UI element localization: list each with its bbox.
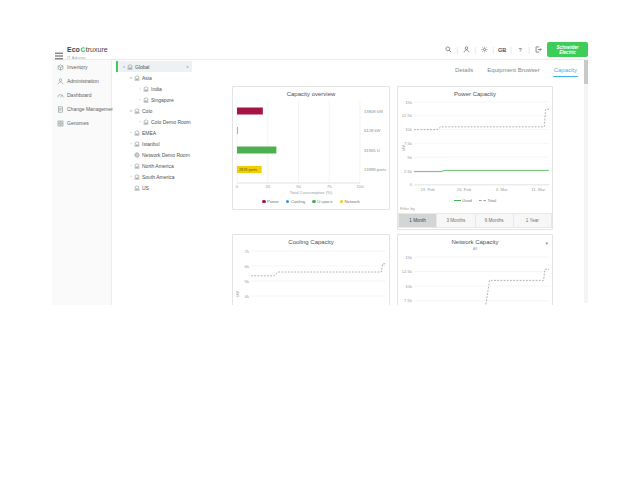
filter-button-6-months[interactable]: 6 Months <box>476 213 514 228</box>
filter-button-1-year[interactable]: 1 Year <box>514 213 552 228</box>
inventory-icon <box>57 64 64 71</box>
sidebar-item-change-management[interactable]: Change Management <box>52 102 111 116</box>
svg-text:13808 kW: 13808 kW <box>364 109 383 114</box>
svg-text:2.5k: 2.5k <box>404 169 413 174</box>
tree-item-us[interactable]: US <box>116 182 149 193</box>
sidebar-item-genomes[interactable]: Genomes <box>52 116 111 130</box>
sidebar-item-administration[interactable]: Administration <box>52 74 111 88</box>
svg-text:11. Mar: 11. Mar <box>531 187 545 192</box>
header-actions: | | | GB | ? | <box>444 43 542 56</box>
tree-item-label: South America <box>142 174 175 180</box>
building-icon <box>143 97 149 103</box>
top-bar: Ecotruxure IT Advisor | | | GB | ? | Sch… <box>52 40 588 60</box>
building-icon <box>134 130 140 136</box>
svg-text:25: 25 <box>265 184 270 189</box>
network-capacity-chart: 15k12.5k10k7.5k <box>398 235 553 305</box>
scrollbar-thumb[interactable] <box>584 60 588 84</box>
sidebar-item-label: Administration <box>67 78 99 84</box>
svg-text:7k: 7k <box>245 249 250 254</box>
sidebar-item-label: Change Management <box>67 106 115 112</box>
tree-menu-caret-icon[interactable]: ∨ <box>186 64 189 69</box>
tree-item-global[interactable]: ∨Global∨ <box>116 61 192 72</box>
sidebar-nav: InventoryAdministrationDashboardChange M… <box>52 60 112 305</box>
tab-details[interactable]: Details <box>454 65 474 77</box>
dashboard-icon <box>57 92 64 99</box>
filter-button-1-month[interactable]: 1 Month <box>398 213 437 228</box>
overview-legend: PowerCoolingU spaceNetwork <box>233 199 389 204</box>
sidebar-item-dashboard[interactable]: Dashboard <box>52 88 111 102</box>
svg-text:0: 0 <box>410 182 413 187</box>
globe-icon <box>134 152 140 158</box>
divider: | <box>456 46 458 53</box>
legend-item-used: Used <box>454 198 472 203</box>
content-scrollbar <box>584 60 588 303</box>
tree-item-emea[interactable]: ›EMEA <box>116 127 156 138</box>
divider: | <box>492 46 494 53</box>
building-icon <box>134 163 140 169</box>
svg-text:13988 ports: 13988 ports <box>364 167 386 172</box>
tree-item-label: Network Demo Room <box>142 152 190 158</box>
tree-item-label: Colo <box>142 108 152 114</box>
svg-text:50: 50 <box>296 184 301 189</box>
tab-capacity[interactable]: Capacity <box>553 65 578 77</box>
tab-equipment-browser[interactable]: Equipment Browser <box>486 65 540 77</box>
svg-text:26. Feb: 26. Feb <box>457 187 472 192</box>
tree-item-network-demo-room[interactable]: Network Demo Room <box>116 149 190 160</box>
tree-item-north-america[interactable]: ›North America <box>116 160 174 171</box>
search-icon[interactable] <box>444 46 452 54</box>
filter-button-3-months[interactable]: 3 Months <box>437 213 475 228</box>
svg-text:10k: 10k <box>405 127 413 132</box>
legend-item-power: Power <box>262 199 279 204</box>
genomes-icon <box>57 120 64 127</box>
building-icon <box>134 185 140 191</box>
divider: | <box>528 46 530 53</box>
app-window: Ecotruxure IT Advisor | | | GB | ? | Sch… <box>52 40 588 305</box>
svg-text:7.5k: 7.5k <box>404 298 413 303</box>
svg-text:31965 U: 31965 U <box>364 148 380 153</box>
svg-text:7.5k: 7.5k <box>404 141 413 146</box>
sidebar-item-label: Inventory <box>67 64 88 70</box>
sidebar-item-inventory[interactable]: Inventory <box>52 60 111 74</box>
tree-item-istanbul[interactable]: ›Istanbul <box>116 138 160 149</box>
svg-text:75: 75 <box>327 184 332 189</box>
card-power-capacity: Power Capacity kW 15k12.5k10k7.5k5k2.5k0… <box>397 86 553 230</box>
filter-row: 1 Month3 Months6 Months1 Year <box>398 213 552 228</box>
building-icon <box>134 141 140 147</box>
card-cooling-capacity: Cooling Capacity kW 7k6k5k4k <box>232 234 390 305</box>
filter-by-label: Filter by <box>400 206 415 211</box>
logout-icon[interactable] <box>534 46 542 54</box>
legend-item-u-space: U space <box>312 199 332 204</box>
tree-item-label: Asia <box>142 75 152 81</box>
cooling-capacity-chart: 7k6k5k4k <box>233 235 390 305</box>
building-icon <box>143 119 149 125</box>
building-icon <box>134 108 140 114</box>
tree-item-label: US <box>142 185 149 191</box>
language-button[interactable]: GB <box>498 47 506 53</box>
tree-item-singapore[interactable]: ›Singapore <box>116 94 174 105</box>
tree-item-colo[interactable]: ∨Colo <box>116 105 152 116</box>
tree-item-label: North America <box>142 163 174 169</box>
svg-text:6128 kW: 6128 kW <box>364 128 381 133</box>
legend-item-network: Network <box>340 199 360 204</box>
tree-item-south-america[interactable]: ›South America <box>116 171 175 182</box>
tree-item-india[interactable]: ›India <box>116 83 162 94</box>
settings-gear-icon[interactable] <box>480 46 488 54</box>
svg-text:5k: 5k <box>408 155 413 160</box>
schneider-electric-logo-button[interactable]: Schneider Electric <box>547 42 588 57</box>
tree-item-label: India <box>151 86 162 92</box>
legend-item-total: Total <box>479 198 496 203</box>
menu-icon[interactable] <box>55 46 63 54</box>
card-network-capacity: Network Capacity All ▾ 15k12.5k10k7.5k <box>397 234 553 305</box>
tree-item-label: EMEA <box>142 130 156 136</box>
svg-text:0: 0 <box>236 184 239 189</box>
tree-item-label: Colo Demo Room <box>151 119 191 125</box>
tree-item-asia[interactable]: ∨Asia <box>116 72 152 83</box>
tree-item-colo-demo-room[interactable]: ›Colo Demo Room <box>116 116 191 127</box>
svg-text:100: 100 <box>357 184 365 189</box>
change-management-icon <box>57 106 64 113</box>
divider: | <box>510 46 512 53</box>
x-axis-label: Total Consumption (%) <box>233 190 389 195</box>
help-icon[interactable]: ? <box>516 46 524 54</box>
user-icon[interactable] <box>462 46 470 54</box>
svg-text:15k: 15k <box>405 100 413 105</box>
